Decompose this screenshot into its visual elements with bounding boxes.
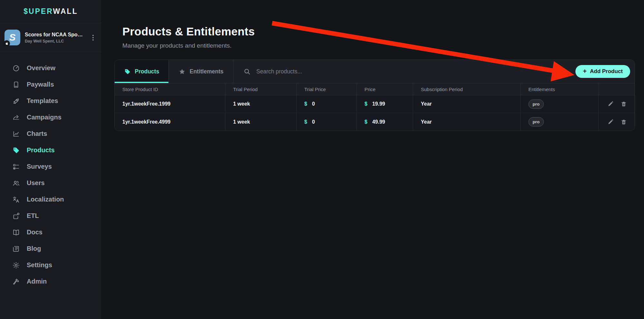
sidebar-item-label: Products — [27, 146, 55, 154]
superwall-logo[interactable]: $UPERWALL — [0, 0, 101, 23]
tag-icon — [124, 68, 131, 75]
tag-icon — [12, 146, 20, 154]
pencil-icon — [607, 119, 614, 125]
kebab-menu-icon[interactable] — [91, 33, 95, 42]
cell-trial-price: $ 0 — [297, 95, 357, 113]
plus-icon: + — [583, 68, 587, 75]
price-value: 49.99 — [372, 119, 385, 125]
checklist-icon — [12, 163, 20, 171]
share-arrow-icon — [12, 114, 20, 121]
delete-button[interactable] — [620, 101, 627, 107]
edit-button[interactable] — [607, 119, 614, 125]
currency-symbol: $ — [304, 119, 307, 125]
sidebar-item-products[interactable]: Products — [0, 142, 101, 158]
search-icon — [243, 68, 251, 75]
line-chart-icon — [12, 130, 20, 138]
sidebar-item-label: Admin — [27, 278, 47, 285]
cell-store-product-id: 1yr.1weekFree.4999 — [115, 113, 225, 131]
table-row: 1yr.1weekFree.4999 1 week $ 0 $ 49.99 Ye… — [115, 113, 635, 131]
currency-symbol: $ — [304, 101, 307, 107]
page-subtitle: Manage your products and entitlements. — [122, 42, 644, 49]
app-org: Day Well Spent, LLC — [25, 39, 87, 43]
sidebar-item-label: Users — [27, 179, 45, 187]
sidebar-nav: Overview Paywalls Templates Campaigns — [0, 52, 101, 290]
sidebar-item-overview[interactable]: Overview — [0, 60, 101, 76]
tab-label: Entitlements — [190, 68, 223, 75]
tab-products[interactable]: Products — [115, 60, 169, 83]
cell-subscription-period: Year — [413, 95, 521, 113]
phone-icon — [12, 81, 20, 89]
sidebar-item-users[interactable]: Users — [0, 175, 101, 191]
products-card: Products Entitlements + Add Product — [114, 60, 635, 131]
pencil-icon — [607, 101, 614, 107]
cell-price: $ 49.99 — [357, 113, 413, 131]
trash-icon — [620, 101, 627, 107]
sidebar-item-templates[interactable]: Templates — [0, 93, 101, 109]
column-header-subscription-period: Subscription Period — [413, 83, 521, 95]
app-icon-letter: S — [9, 32, 15, 43]
cell-price: $ 19.99 — [357, 95, 413, 113]
rocket-icon — [12, 97, 20, 105]
table-row: 1yr.1weekFree.1999 1 week $ 0 $ 19.99 Ye… — [115, 95, 635, 113]
sidebar-item-settings[interactable]: Settings — [0, 257, 101, 273]
sidebar-item-label: Docs — [27, 229, 43, 236]
add-product-button[interactable]: + Add Product — [575, 65, 630, 78]
sidebar-item-localization[interactable]: Localization — [0, 191, 101, 208]
sidebar-item-label: Campaigns — [27, 114, 62, 121]
sidebar-item-label: Surveys — [27, 163, 52, 170]
cell-store-product-id: 1yr.1weekFree.1999 — [115, 95, 225, 113]
sidebar: $UPERWALL S Scores for NCAA Spo… Day Wel… — [0, 0, 102, 319]
sidebar-item-label: Templates — [27, 97, 58, 105]
sidebar-item-blog[interactable]: Blog — [0, 240, 101, 257]
page-title: Products & Entitlements — [122, 25, 644, 38]
cell-actions — [599, 95, 635, 113]
main-content: Products & Entitlements Manage your prod… — [102, 0, 644, 319]
currency-symbol: $ — [365, 119, 367, 125]
tab-entitlements[interactable]: Entitlements — [169, 60, 234, 83]
cell-trial-period: 1 week — [225, 95, 297, 113]
gear-icon — [12, 261, 20, 269]
tab-label: Products — [135, 68, 159, 75]
star-icon — [179, 68, 185, 75]
book-icon — [12, 229, 20, 236]
search-input[interactable] — [256, 68, 462, 75]
superwall-logo-text: $UPERWALL — [24, 7, 78, 16]
column-header-entitlements: Entitlements — [521, 83, 599, 95]
cell-trial-period: 1 week — [225, 113, 297, 131]
export-icon — [12, 212, 20, 220]
table-header-row: Store Product ID Trial Period Trial Pric… — [115, 83, 635, 95]
sidebar-item-label: Paywalls — [27, 81, 54, 88]
entitlement-badge: pro — [528, 117, 544, 127]
newspaper-icon — [12, 245, 20, 253]
hammer-icon — [12, 278, 20, 286]
search-box — [234, 60, 575, 83]
gauge-icon — [12, 64, 20, 72]
sidebar-item-label: Blog — [27, 245, 41, 252]
translate-icon — [12, 196, 20, 203]
sidebar-item-etl[interactable]: ETL — [0, 208, 101, 224]
app-root: $UPERWALL S Scores for NCAA Spo… Day Wel… — [0, 0, 644, 319]
app-name: Scores for NCAA Spo… — [25, 32, 87, 38]
apple-platform-icon — [4, 40, 10, 47]
sidebar-item-campaigns[interactable]: Campaigns — [0, 109, 101, 126]
edit-button[interactable] — [607, 101, 614, 107]
cell-trial-price: $ 0 — [297, 113, 357, 131]
sidebar-item-admin[interactable]: Admin — [0, 273, 101, 290]
sidebar-item-paywalls[interactable]: Paywalls — [0, 76, 101, 93]
products-toolbar: Products Entitlements + Add Product — [115, 60, 635, 83]
column-header-actions — [599, 83, 635, 95]
app-switcher[interactable]: S Scores for NCAA Spo… Day Well Spent, L… — [0, 23, 101, 52]
add-product-label: Add Product — [590, 68, 623, 75]
column-header-price: Price — [357, 83, 413, 95]
cell-entitlements: pro — [521, 113, 599, 131]
delete-button[interactable] — [620, 119, 627, 125]
sidebar-item-docs[interactable]: Docs — [0, 224, 101, 240]
trial-price-value: 0 — [312, 119, 315, 125]
sidebar-item-label: Charts — [27, 130, 47, 137]
sidebar-item-surveys[interactable]: Surveys — [0, 158, 101, 175]
sidebar-item-charts[interactable]: Charts — [0, 126, 101, 142]
cell-entitlements: pro — [521, 95, 599, 113]
currency-symbol: $ — [365, 101, 367, 107]
entitlement-badge: pro — [528, 99, 544, 109]
app-icon: S — [5, 30, 20, 45]
